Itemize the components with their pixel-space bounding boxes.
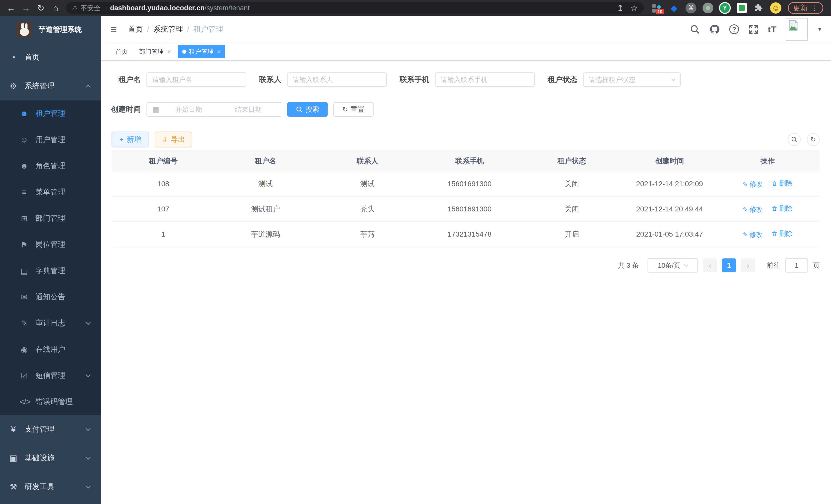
sidebar-item[interactable]: </> 错误码管理 [0,389,101,415]
app-logo[interactable]: 芋道管理系统 [0,16,101,43]
sidebar-item[interactable]: ▤ 字典管理 [0,258,101,284]
prev-page-button[interactable]: ‹ [703,259,717,272]
sidebar-item[interactable]: ¥ 支付管理 [0,415,101,444]
github-icon[interactable] [709,24,720,35]
chevron-down-icon [684,263,688,267]
delete-link[interactable]: 删除 [771,179,793,188]
sidebar-item[interactable]: ◉ 在线用户 [0,336,101,362]
kite-extension-icon[interactable]: ◆ [668,2,680,14]
y-logo-icon: Y [719,2,731,14]
page-tab[interactable]: 租户管理 × [178,45,225,58]
tab-close-icon[interactable]: × [167,48,171,55]
menu-label: 支付管理 [25,424,55,435]
help-icon[interactable]: ? [729,24,739,34]
tenant-name-input[interactable] [146,72,246,87]
extension-square-icon [652,4,656,8]
reset-button[interactable]: ↻ 重置 [333,102,374,117]
sidebar-item[interactable]: ☻ 角色管理 [0,153,101,179]
col-actions: 操作 [716,151,820,171]
mobile-input[interactable] [435,72,535,87]
command-extension-icon[interactable]: ⌘ [685,2,697,14]
sidebar-item[interactable]: ☺ 用户管理 [0,127,101,153]
address-bar[interactable]: ⚠ 不安全 dashboard.yudao.iocoder.cn /system… [66,2,644,14]
contact-input[interactable] [287,72,387,87]
emoji-face-icon: ☺ [770,2,781,13]
sidebar-item[interactable]: ✉ 通知公告 [0,284,101,310]
edit-link[interactable]: ✎ 修改 [743,205,763,214]
export-button-label: 导出 [171,135,185,144]
browser-back-icon[interactable]: ← [4,3,19,13]
puzzle-icon [754,3,764,13]
edit-link[interactable]: ✎ 修改 [743,180,763,189]
add-button[interactable]: + 新增 [112,131,149,147]
fullscreen-icon[interactable] [748,24,758,34]
sidebar-item[interactable]: ⚙ 系统管理 [0,72,101,100]
sidebar-item[interactable]: ⊞ 部门管理 [0,205,101,232]
status-select-placeholder: 请选择租户状态 [589,75,672,84]
y-extension-icon[interactable]: Y [719,2,731,14]
security-label[interactable]: 不安全 [80,4,101,12]
extension-badged-icon[interactable]: ◆ 10 [651,2,663,14]
user-avatar[interactable] [786,18,808,40]
browser-reload-icon[interactable]: ↻ [33,3,48,13]
cell-created: 2021-01-05 17:03:47 [624,222,716,247]
sidebar-collapse-icon[interactable]: ≡ [111,23,117,35]
profile-avatar[interactable]: ☺ [770,2,782,14]
browser-home-icon[interactable]: ⌂ [48,3,63,13]
filter-contact: 联系人 [259,72,387,87]
browser-toolbar: ← → ↻ ⌂ ⚠ 不安全 dashboard.yudao.iocoder.cn… [0,0,831,16]
avatar-dropdown-caret-icon[interactable]: ▼ [817,26,822,32]
create-time-range-picker[interactable]: ▦ 开始日期 - 结束日期 [146,102,282,117]
edit-pencil-icon: ✎ [743,206,748,213]
sidebar-item[interactable]: ▣ 基础设施 [0,444,101,472]
recorder-extension-icon[interactable] [702,2,714,14]
toggle-search-button[interactable] [788,133,801,146]
url-path: /system/tenant [204,4,250,12]
security-warning-icon: ⚠ [72,4,78,12]
col-mobile: 联系手机 [419,151,520,171]
sms-shield-icon: ☑ [20,371,29,380]
goto-page-input[interactable] [785,258,808,272]
menu-label: 错误码管理 [35,396,73,407]
breadcrumb-system[interactable]: 系统管理 [153,24,183,34]
col-tenant-id: 租户编号 [112,151,215,171]
tab-close-icon[interactable]: × [217,48,221,55]
edit-link[interactable]: ✎ 修改 [743,230,763,239]
page-tab[interactable]: 首页 × [111,45,132,58]
browser-menu-kebab-icon[interactable]: ⋮ [811,4,818,12]
status-label: 租户状态 [548,75,577,85]
export-button[interactable]: ⇩ 导出 [155,131,192,147]
browser-forward-icon[interactable]: → [19,3,33,13]
current-page-button[interactable]: 1 [722,259,736,272]
sidebar-item[interactable]: ≡ 菜单管理 [0,179,101,205]
delete-link[interactable]: 删除 [771,229,793,238]
sidebar-item[interactable]: ☑ 短信管理 [0,362,101,389]
sidebar-item[interactable]: ◔ 首页 [0,43,101,72]
page-size-select[interactable]: 10条/页 [648,258,698,272]
browser-update-button[interactable]: 更新 ⋮ [788,2,823,14]
page-tab[interactable]: 部门管理 × [135,45,175,58]
next-page-button[interactable]: › [741,259,755,272]
online-icon: ◉ [20,345,29,354]
header-search-icon[interactable] [690,24,700,34]
chevron-icon [86,483,91,488]
share-icon[interactable]: ↥ [617,3,624,13]
add-button-label: 新增 [127,135,141,144]
download-icon: ⇩ [162,136,168,144]
font-size-icon[interactable]: tT [768,24,776,34]
bookmark-star-icon[interactable]: ☆ [630,3,638,13]
extensions-puzzle-icon[interactable] [753,2,765,14]
chevron-icon [86,372,91,377]
search-button[interactable]: 搜索 [287,102,327,117]
status-select[interactable]: 请选择租户状态 [583,72,681,87]
delete-link[interactable]: 删除 [771,204,793,213]
breadcrumb-home[interactable]: 首页 [128,24,143,34]
sidebar-item[interactable]: ☻ 租户管理 [0,100,101,127]
refresh-table-button[interactable]: ↻ [807,133,820,146]
table-header-row: 租户编号 租户名 联系人 联系手机 租户状态 创建时间 操作 [112,151,820,171]
chat-extension-icon[interactable] [736,2,748,14]
sidebar-item[interactable]: ✎ 审计日志 [0,310,101,336]
sidebar-item[interactable]: ⚒ 研发工具 [0,472,101,501]
org-tree-icon: ⊞ [20,214,29,223]
sidebar-item[interactable]: ⚑ 岗位管理 [0,232,101,258]
